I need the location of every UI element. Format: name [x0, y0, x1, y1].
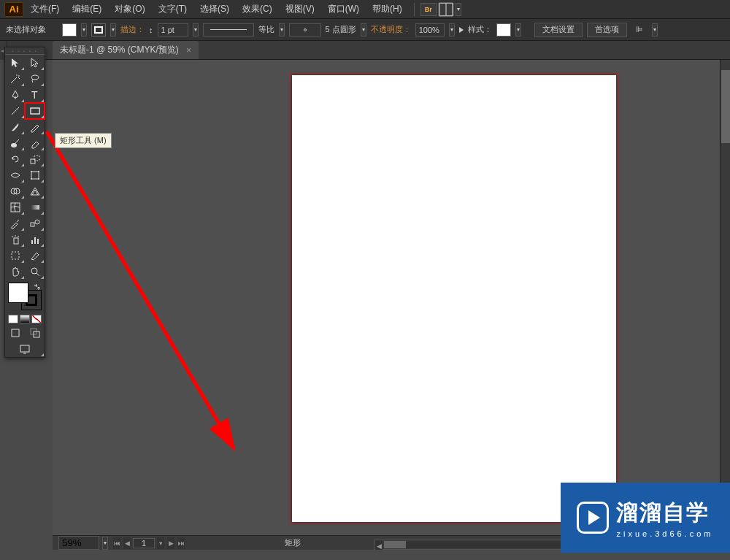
- prev-artboard-button[interactable]: ◀: [123, 537, 131, 549]
- document-tab[interactable]: 未标题-1 @ 59% (CMYK/预览) ×: [53, 41, 199, 59]
- first-artboard-button[interactable]: ⏮: [113, 537, 120, 549]
- menu-bar: Ai 文件(F) 编辑(E) 对象(O) 文字(T) 选择(S) 效果(C) 视…: [0, 0, 730, 19]
- tab-close-icon[interactable]: ×: [186, 45, 191, 55]
- rectangle-tool[interactable]: [25, 103, 45, 119]
- canvas-area[interactable]: [53, 60, 720, 535]
- document-setup-button[interactable]: 文档设置: [534, 23, 583, 37]
- watermark: 溜溜自学 zixue.3d66.com: [561, 483, 730, 553]
- stroke-swatch[interactable]: [91, 23, 106, 37]
- shape-builder-tool[interactable]: [5, 183, 25, 199]
- svg-point-12: [31, 178, 32, 180]
- arrange-docs-icon[interactable]: [438, 3, 454, 16]
- vertical-scrollbar[interactable]: [720, 60, 730, 535]
- width-tool[interactable]: [5, 167, 25, 183]
- symbol-sprayer-tool[interactable]: [5, 231, 25, 248]
- stroke-weight-input[interactable]: [158, 23, 188, 37]
- direct-selection-tool[interactable]: [25, 55, 45, 71]
- svg-point-11: [38, 171, 39, 172]
- screen-mode-button[interactable]: [5, 341, 45, 357]
- artboard-number[interactable]: 1: [133, 538, 155, 548]
- artboard[interactable]: [292, 75, 616, 522]
- stroke-swatch-dropdown[interactable]: [110, 23, 116, 37]
- blob-brush-tool[interactable]: [5, 135, 25, 151]
- eyedropper-tool[interactable]: [5, 215, 25, 231]
- scale-tool[interactable]: [25, 151, 45, 167]
- gradient-mode-button[interactable]: [20, 315, 30, 323]
- pen-tool[interactable]: [5, 87, 25, 103]
- magic-wand-tool[interactable]: [5, 71, 25, 87]
- menu-object[interactable]: 对象(O): [109, 1, 150, 18]
- line-segment-tool[interactable]: [5, 103, 25, 119]
- column-graph-tool[interactable]: [25, 231, 45, 248]
- svg-rect-22: [34, 237, 36, 244]
- svg-line-26: [36, 273, 39, 276]
- play-icon: [577, 502, 609, 534]
- arrange-docs-dropdown[interactable]: [456, 3, 461, 16]
- fill-swatch-dropdown[interactable]: [81, 23, 87, 37]
- fill-color-box[interactable]: [8, 283, 28, 303]
- document-tab-title: 未标题-1 @ 59% (CMYK/预览): [60, 44, 179, 56]
- lasso-tool[interactable]: [25, 71, 45, 87]
- svg-rect-5: [31, 108, 39, 114]
- menu-view[interactable]: 视图(V): [280, 1, 320, 18]
- hand-tool[interactable]: [5, 264, 25, 280]
- rotate-tool[interactable]: [5, 151, 25, 167]
- swap-fill-stroke-icon[interactable]: [33, 283, 42, 291]
- pencil-tool[interactable]: [25, 119, 45, 135]
- perspective-grid-tool[interactable]: [25, 183, 45, 199]
- menu-help[interactable]: 帮助(H): [366, 1, 408, 18]
- menu-edit[interactable]: 编辑(E): [66, 1, 107, 18]
- draw-behind-mode[interactable]: [25, 325, 45, 341]
- opacity-input[interactable]: [415, 23, 445, 37]
- graphic-style-swatch[interactable]: [496, 23, 511, 37]
- selection-tool[interactable]: [5, 55, 25, 71]
- eraser-tool[interactable]: [25, 135, 45, 151]
- svg-rect-9: [31, 172, 39, 179]
- align-icon[interactable]: ⊫: [631, 25, 648, 34]
- color-mode-button[interactable]: [8, 315, 18, 323]
- bridge-icon[interactable]: Br: [420, 3, 437, 16]
- stroke-label: 描边：: [120, 24, 145, 35]
- workspace: ⏮ ◀ 1 ▾ ▶ ⏭ 矩形 ◀▶: [53, 60, 730, 550]
- graphic-style-dropdown[interactable]: [515, 23, 521, 37]
- menu-type[interactable]: 文字(T): [153, 1, 193, 18]
- next-artboard-button[interactable]: ▶: [167, 537, 174, 549]
- stroke-weight-dropdown[interactable]: [193, 23, 199, 37]
- brush-def-dropdown[interactable]: [361, 23, 366, 37]
- artboard-nav-dropdown[interactable]: ▾: [157, 537, 164, 549]
- paintbrush-tool[interactable]: [5, 119, 25, 135]
- align-dropdown[interactable]: [652, 23, 658, 37]
- artboard-tool[interactable]: [5, 248, 25, 264]
- brush-definition[interactable]: [289, 23, 321, 37]
- fill-swatch[interactable]: [62, 23, 77, 37]
- none-mode-button[interactable]: [31, 315, 42, 323]
- last-artboard-button[interactable]: ⏭: [177, 537, 185, 549]
- blend-tool[interactable]: [25, 215, 45, 231]
- toolbox: T: [4, 47, 45, 358]
- zoom-tool[interactable]: [25, 264, 45, 280]
- menu-select[interactable]: 选择(S): [194, 1, 235, 18]
- svg-rect-24: [12, 252, 19, 259]
- svg-point-6: [11, 143, 17, 147]
- mesh-tool[interactable]: [5, 199, 25, 215]
- svg-rect-21: [31, 240, 33, 244]
- menu-file[interactable]: 文件(F): [25, 1, 65, 18]
- zoom-dropdown[interactable]: [102, 537, 108, 550]
- watermark-subtitle: zixue.3d66.com: [616, 529, 713, 538]
- slice-tool[interactable]: [25, 248, 45, 264]
- opacity-dropdown[interactable]: [449, 23, 455, 37]
- preferences-button[interactable]: 首选项: [587, 23, 627, 37]
- stroke-profile[interactable]: [203, 23, 254, 37]
- type-tool[interactable]: T: [25, 87, 45, 103]
- menu-window[interactable]: 窗口(W): [322, 1, 365, 18]
- menu-effect[interactable]: 效果(C): [237, 1, 278, 18]
- free-transform-tool[interactable]: [25, 167, 45, 183]
- stroke-profile-dropdown[interactable]: [279, 23, 285, 37]
- toolbox-grip[interactable]: [5, 47, 45, 55]
- brush-def-label: 5 点圆形: [326, 24, 356, 35]
- draw-normal-mode[interactable]: [5, 325, 25, 341]
- svg-rect-23: [37, 239, 39, 244]
- gradient-tool[interactable]: [25, 199, 45, 215]
- zoom-input[interactable]: [58, 536, 99, 550]
- uniform-label: 等比: [258, 24, 274, 35]
